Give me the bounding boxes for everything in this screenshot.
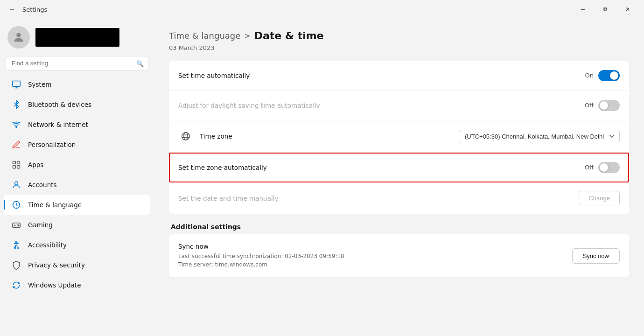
search-box: 🔍 bbox=[6, 56, 148, 70]
windows-update-icon bbox=[11, 280, 21, 290]
sidebar-item-apps[interactable]: Apps bbox=[4, 155, 150, 175]
time-language-icon bbox=[11, 200, 21, 210]
sidebar-item-privacy[interactable]: Privacy & security bbox=[4, 255, 150, 275]
sync-title: Sync now bbox=[178, 243, 572, 250]
sidebar-item-network[interactable]: Network & internet bbox=[4, 115, 150, 134]
set-time-auto-label: Set time automatically bbox=[178, 72, 585, 79]
svg-point-12 bbox=[15, 241, 17, 243]
timezone-globe-icon bbox=[178, 129, 193, 144]
breadcrumb: Time & language > Date & time bbox=[169, 30, 629, 42]
settings-card: Set time automatically On Adjust for day… bbox=[169, 61, 629, 214]
accounts-icon bbox=[11, 180, 21, 190]
bluetooth-icon bbox=[11, 99, 21, 110]
toggle-track-on bbox=[598, 70, 620, 81]
username-block bbox=[35, 28, 119, 47]
sidebar-item-apps-label: Apps bbox=[28, 161, 43, 168]
timezone-auto-state-label: Off bbox=[585, 164, 594, 171]
sync-info: Sync now Last successful time synchroniz… bbox=[178, 243, 572, 269]
sync-detail2: Time server: time.windows.com bbox=[178, 260, 572, 269]
timezone-row: Time zone (UTC+05:30) Chennai, Kolkata, … bbox=[169, 120, 629, 153]
sidebar-item-personalization-label: Personalization bbox=[28, 141, 76, 148]
search-input[interactable] bbox=[6, 56, 148, 70]
daylight-saving-label: Adjust for daylight saving time automati… bbox=[178, 102, 585, 109]
sidebar-item-bluetooth-label: Bluetooth & devices bbox=[28, 101, 91, 108]
svg-rect-6 bbox=[17, 166, 20, 168]
sidebar-item-gaming[interactable]: Gaming bbox=[4, 215, 150, 235]
sync-detail1: Last successful time synchronization: 02… bbox=[178, 252, 572, 260]
sidebar-item-system[interactable]: System bbox=[4, 75, 150, 94]
search-icon: 🔍 bbox=[136, 60, 144, 67]
sidebar-item-time-language[interactable]: Time & language bbox=[4, 195, 150, 215]
sidebar-item-accounts[interactable]: Accounts bbox=[4, 175, 150, 195]
svg-point-14 bbox=[184, 133, 188, 140]
sidebar-item-gaming-label: Gaming bbox=[28, 221, 53, 229]
app-body: 🔍 System Bluetooth & device bbox=[0, 19, 644, 336]
accessibility-icon bbox=[11, 240, 21, 250]
timezone-auto-row: Set time zone automatically Off bbox=[169, 153, 629, 182]
additional-settings-title: Additional settings bbox=[171, 223, 629, 231]
timezone-auto-label: Set time zone automatically bbox=[178, 164, 585, 171]
sync-card: Sync now Last successful time synchroniz… bbox=[169, 234, 629, 277]
avatar bbox=[7, 26, 30, 49]
change-button[interactable]: Change bbox=[579, 191, 620, 205]
sidebar-item-system-label: System bbox=[28, 81, 51, 88]
manual-datetime-control: Change bbox=[579, 191, 620, 205]
sidebar-item-accounts-label: Accounts bbox=[28, 181, 57, 189]
svg-point-11 bbox=[18, 225, 19, 226]
timezone-auto-toggle[interactable] bbox=[598, 162, 620, 173]
set-time-auto-toggle[interactable] bbox=[598, 70, 620, 81]
sidebar-nav: System Bluetooth & devices bbox=[0, 74, 154, 295]
daylight-saving-state-label: Off bbox=[585, 102, 594, 109]
svg-rect-3 bbox=[13, 161, 16, 164]
toggle-thumb bbox=[600, 101, 608, 110]
set-time-auto-row: Set time automatically On bbox=[169, 61, 629, 91]
svg-point-0 bbox=[16, 33, 21, 37]
apps-icon bbox=[11, 160, 21, 170]
sidebar-item-personalization[interactable]: Personalization bbox=[4, 135, 150, 154]
network-icon bbox=[11, 119, 21, 130]
daylight-saving-row: Adjust for daylight saving time automati… bbox=[169, 91, 629, 120]
set-time-auto-control: On bbox=[585, 70, 620, 81]
svg-rect-4 bbox=[17, 161, 20, 164]
sidebar-item-bluetooth[interactable]: Bluetooth & devices bbox=[4, 95, 150, 114]
set-time-auto-state-label: On bbox=[585, 72, 594, 79]
sync-now-button[interactable]: Sync now bbox=[572, 248, 620, 264]
title-bar: ← Settings ─ ⧉ ✕ bbox=[0, 0, 644, 19]
system-icon bbox=[11, 79, 21, 90]
minimize-button[interactable]: ─ bbox=[572, 2, 594, 17]
sidebar-item-windows-update[interactable]: Windows Update bbox=[4, 275, 150, 295]
daylight-saving-toggle[interactable] bbox=[598, 100, 620, 111]
svg-point-2 bbox=[16, 126, 17, 128]
svg-rect-5 bbox=[13, 166, 16, 168]
sidebar-item-accessibility[interactable]: Accessibility bbox=[4, 235, 150, 255]
close-button[interactable]: ✕ bbox=[617, 2, 638, 17]
page-date: 03 March 2023 bbox=[169, 44, 629, 51]
breadcrumb-parent[interactable]: Time & language bbox=[169, 31, 240, 41]
user-profile bbox=[0, 19, 154, 56]
timezone-auto-control: Off bbox=[585, 162, 620, 173]
sidebar-item-time-language-label: Time & language bbox=[28, 201, 82, 209]
manual-datetime-row: Set the date and time manually Change bbox=[169, 182, 629, 214]
timezone-select[interactable]: (UTC+05:30) Chennai, Kolkata, Mumbai, Ne… bbox=[459, 130, 620, 143]
main-content: Time & language > Date & time 03 March 2… bbox=[154, 19, 644, 336]
gaming-icon bbox=[11, 220, 21, 230]
sidebar-item-network-label: Network & internet bbox=[28, 121, 88, 128]
timezone-label: Time zone bbox=[200, 133, 459, 140]
manual-datetime-label: Set the date and time manually bbox=[178, 195, 579, 202]
svg-point-13 bbox=[182, 133, 190, 140]
title-bar-controls: ─ ⧉ ✕ bbox=[572, 2, 638, 17]
toggle-track-off bbox=[598, 100, 620, 111]
sidebar-item-windows-update-label: Windows Update bbox=[28, 281, 81, 289]
breadcrumb-current: Date & time bbox=[254, 30, 324, 42]
back-button[interactable]: ← bbox=[6, 3, 19, 16]
daylight-saving-control: Off bbox=[585, 100, 620, 111]
svg-point-7 bbox=[15, 182, 18, 185]
toggle-thumb bbox=[610, 71, 618, 80]
breadcrumb-sep: > bbox=[244, 31, 250, 40]
sidebar: 🔍 System Bluetooth & device bbox=[0, 19, 154, 336]
svg-rect-1 bbox=[13, 81, 21, 87]
toggle-track-tz bbox=[598, 162, 620, 173]
restore-button[interactable]: ⧉ bbox=[595, 2, 616, 17]
personalization-icon bbox=[11, 140, 21, 150]
privacy-icon bbox=[11, 260, 21, 270]
